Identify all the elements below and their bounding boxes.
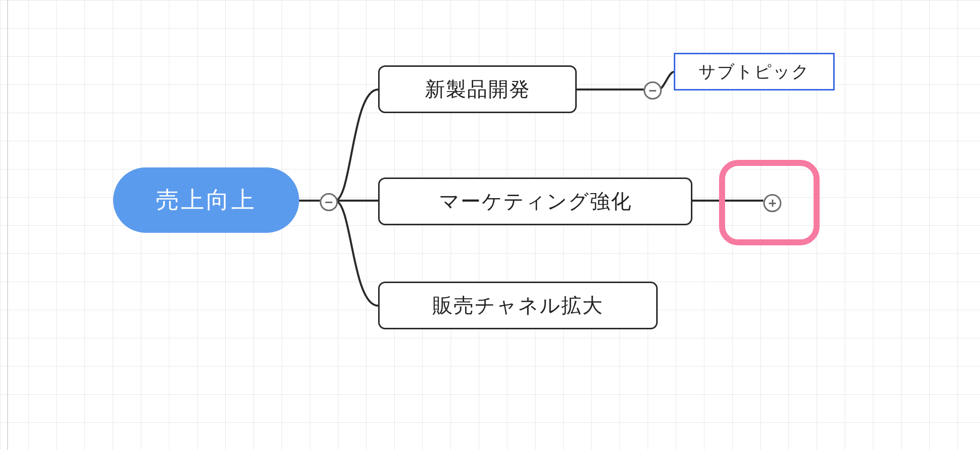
branch-node-3[interactable]: 販売チャネル拡大 bbox=[378, 282, 658, 329]
subtopic-node[interactable]: サブトピック bbox=[674, 53, 835, 91]
collapse-toggle-root[interactable] bbox=[320, 193, 338, 211]
expand-toggle-branch-2[interactable] bbox=[763, 194, 781, 212]
branch-3-label: 販売チャネル拡大 bbox=[432, 292, 603, 319]
branch-node-2[interactable]: マーケティング強化 bbox=[378, 177, 692, 225]
branch-2-label: マーケティング強化 bbox=[439, 188, 632, 215]
root-node[interactable]: 売上向上 bbox=[113, 167, 299, 233]
branch-node-1[interactable]: 新製品開発 bbox=[378, 65, 577, 113]
branch-1-label: 新製品開発 bbox=[425, 75, 530, 103]
root-label: 売上向上 bbox=[156, 185, 256, 216]
collapse-toggle-branch-1[interactable] bbox=[644, 81, 662, 100]
subtopic-label: サブトピック bbox=[698, 60, 810, 83]
